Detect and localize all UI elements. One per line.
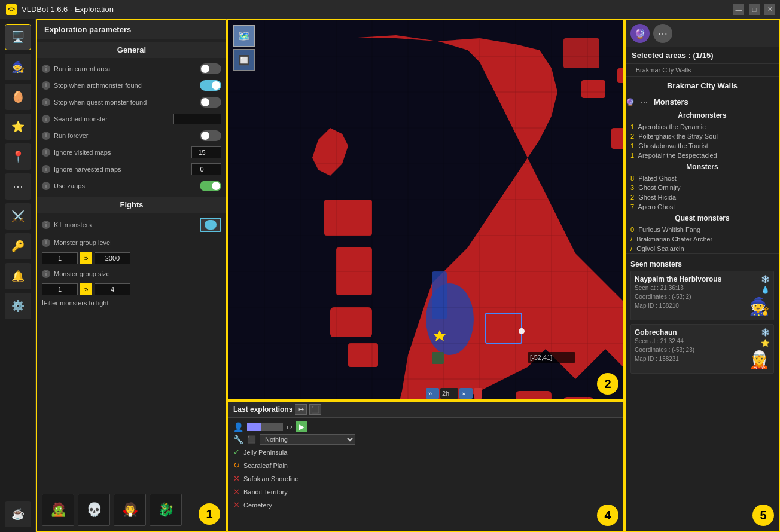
info-btn-ignore-harvested[interactable]: i xyxy=(42,165,50,173)
svg-rect-6 xyxy=(348,343,378,367)
info-btn-ignore-visited[interactable]: i xyxy=(42,148,50,157)
exploration-item-name-1: Scaraleaf Plain xyxy=(243,462,288,469)
monsters-label: Monsters xyxy=(654,97,688,106)
maximize-button[interactable]: □ xyxy=(749,4,760,15)
seen-monster-card-0: Naypalm the Herbivorous Seen at : 21:36:… xyxy=(630,271,774,320)
monster-icon-2[interactable]: 🧛 xyxy=(114,494,146,526)
sidebar-item-coffee[interactable]: ☕ xyxy=(5,501,31,527)
info-btn-monster-group-size[interactable]: i xyxy=(42,270,50,278)
label-stop-archmonster: Stop when archmonster found xyxy=(54,82,200,89)
sidebar-item-sword[interactable]: ⚔️ xyxy=(5,203,31,230)
icon-sidebar: 🖥️ 🧙 🥚 ⭐ 📍 ⋯ ⚔️ 🔑 🔔 ⚙️ ☕ xyxy=(0,19,36,532)
exploration-header-title: Last explorations xyxy=(233,405,292,414)
info-btn-stop-archmonster[interactable]: i xyxy=(42,81,50,90)
map-panel[interactable]: 🗺️ 🔲 xyxy=(227,19,624,400)
input-searched-monster[interactable] xyxy=(173,114,221,124)
seen-monster-icon2-0: 💧 xyxy=(761,286,770,294)
svg-text:»: » xyxy=(428,390,432,397)
range-max-level[interactable] xyxy=(95,252,130,264)
minimize-button[interactable]: — xyxy=(733,4,744,15)
param-stop-quest-monster: i Stop when quest monster found xyxy=(37,94,226,111)
right-panel-icon-0[interactable]: 🔮 xyxy=(630,24,650,43)
sidebar-item-dots[interactable]: ⋯ xyxy=(5,173,31,200)
center-area: 🗺️ 🔲 xyxy=(227,19,624,532)
input-ignore-visited[interactable] xyxy=(191,146,221,158)
monsters-section-header: 🔮 ⋯ Monsters xyxy=(626,95,779,109)
quest-monsters-title: Quest monsters xyxy=(626,212,779,225)
right-panel-icon-1[interactable]: ⋯ xyxy=(653,24,672,43)
exploration-play-btn[interactable]: ▶ xyxy=(296,421,307,432)
sidebar-item-inventory[interactable]: 🥚 xyxy=(5,84,31,110)
general-section-header: General xyxy=(37,42,226,58)
titlebar: <> VLDBot 1.6.6 - Exploration — □ ✕ xyxy=(0,0,780,19)
info-btn-stop-quest-monster[interactable]: i xyxy=(42,98,50,106)
monster-icon-3[interactable]: 🐉 xyxy=(150,494,182,526)
sidebar-item-key[interactable]: 🔑 xyxy=(5,233,31,259)
exploration-header: Last explorations ↦ ⬛ xyxy=(228,402,623,418)
info-btn-kill-monsters[interactable]: i xyxy=(42,221,50,229)
status-icon-3: ✕ xyxy=(233,487,240,496)
info-btn-monster-group-level[interactable]: i xyxy=(42,239,50,247)
toggle-kill-monsters[interactable] xyxy=(200,218,221,232)
exploration-expand-btn[interactable]: ↦ xyxy=(295,404,307,415)
range-level-arrow[interactable]: » xyxy=(80,252,92,264)
seen-monsters-section: Seen monsters Naypalm the Herbivorous Se… xyxy=(626,253,779,381)
exploration-stop-btn[interactable]: ⬛ xyxy=(309,404,321,415)
seen-monster-coords-0: Coordinates : (-53; 2) xyxy=(635,292,745,301)
svg-rect-14 xyxy=(516,391,552,399)
input-ignore-harvested[interactable] xyxy=(191,163,221,175)
svg-text:»: » xyxy=(462,390,465,397)
archmonster-3: 1 Arepotair the Bespectacled xyxy=(626,151,779,160)
range-monster-group-level: » xyxy=(37,251,226,265)
map-layer-btn-0[interactable]: 🗺️ xyxy=(233,25,255,47)
toggle-stop-archmonster[interactable] xyxy=(200,80,221,91)
range-min-size[interactable] xyxy=(42,283,78,295)
map-layer-btn-1[interactable]: 🔲 xyxy=(233,49,255,71)
monster-name-2: Ghost Hicidal xyxy=(638,194,677,201)
toggle-use-zaaps[interactable] xyxy=(200,181,221,191)
sidebar-item-star[interactable]: ⭐ xyxy=(5,114,31,140)
seen-monster-coords-1: Coordinates : (-53; 23) xyxy=(635,346,745,354)
close-button[interactable]: ✕ xyxy=(764,4,775,15)
exploration-direction-row: 🔧 ⬛ Nothing North South East West xyxy=(233,434,618,445)
sidebar-item-ring[interactable]: 🔔 xyxy=(5,263,31,289)
param-ignore-harvested: i Ignore harvested maps xyxy=(37,161,226,178)
archmonster-count-1: 2 xyxy=(630,133,634,140)
selected-area-item-0: - Brakmar City Walls xyxy=(626,64,779,76)
param-monster-group-size: i Monster group size xyxy=(37,265,226,282)
archmonster-2: 1 Ghostabrava the Tourist xyxy=(626,141,779,151)
range-min-level[interactable] xyxy=(42,252,78,264)
seen-monster-info-1: Gobrechaun Seen at : 21:32:44 Coordinate… xyxy=(635,328,745,369)
exploration-item-name-3: Bandit Territory xyxy=(243,488,288,496)
sidebar-item-character[interactable]: 🧙 xyxy=(5,54,31,80)
sidebar-item-map[interactable]: 📍 xyxy=(5,143,31,170)
seen-monster-mapid-1: Map ID : 158231 xyxy=(635,354,745,363)
exploration-item-2: ✕ Sufokian Shoreline xyxy=(233,473,618,484)
seen-monster-icon1-0: ❄️ xyxy=(761,275,770,283)
info-btn-searched-monster[interactable]: i xyxy=(42,115,50,123)
monster-icon-1[interactable]: 💀 xyxy=(78,494,110,526)
sidebar-item-settings[interactable]: ⚙️ xyxy=(5,293,31,319)
info-btn-run-forever[interactable]: i xyxy=(42,132,50,140)
label-use-zaaps: Use zaaps xyxy=(54,182,200,189)
toggle-run-forever[interactable] xyxy=(200,130,221,141)
right-panel: 🔮 ⋯ Selected areas : (1/15) - Brakmar Ci… xyxy=(624,19,780,532)
exploration-item-name-0: Jelly Peninsula xyxy=(243,449,287,456)
monster-icon-0[interactable]: 🧟 xyxy=(42,494,74,526)
archmonster-name-0: Aperobics the Dynamic xyxy=(638,123,706,130)
toggle-run-current-area[interactable] xyxy=(200,63,221,74)
svg-rect-49 xyxy=(474,388,482,399)
panel-badge-2: 2 xyxy=(597,373,618,395)
info-btn-run-current-area[interactable]: i xyxy=(42,65,50,73)
sidebar-item-code[interactable]: 🖥️ xyxy=(5,24,31,50)
toggle-stop-quest-monster[interactable] xyxy=(200,97,221,108)
info-btn-use-zaaps[interactable]: i xyxy=(42,182,50,190)
range-size-arrow[interactable]: » xyxy=(80,283,92,295)
range-max-size[interactable] xyxy=(95,283,130,295)
seen-monsters-title: Seen monsters xyxy=(630,258,774,271)
area-region-title: Brakmar City Walls xyxy=(626,76,779,95)
exploration-direction-select[interactable]: Nothing North South East West xyxy=(260,434,355,445)
kill-toggle-inner xyxy=(205,220,217,230)
param-searched-monster: i Searched monster xyxy=(37,111,226,127)
monster-name-1: Ghost Ominjry xyxy=(638,184,680,191)
